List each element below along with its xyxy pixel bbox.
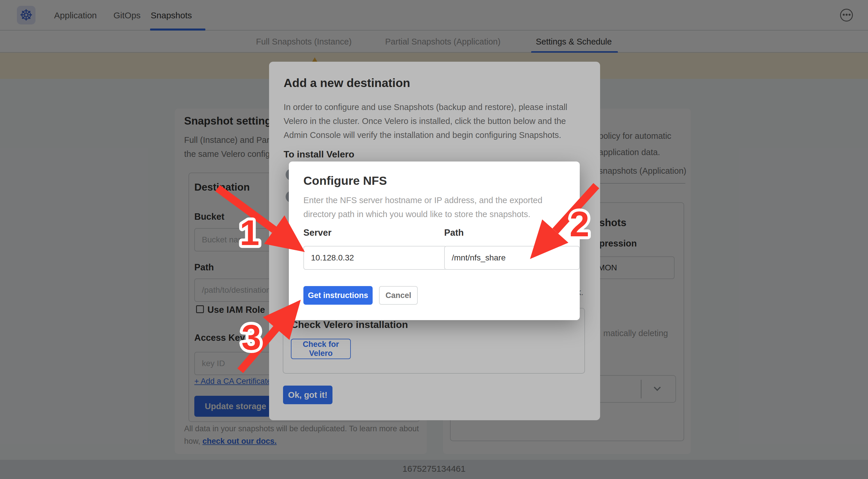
nfs-path-label: Path: [444, 228, 464, 238]
configure-nfs-title: Configure NFS: [303, 174, 387, 188]
get-instructions-button[interactable]: Get instructions: [303, 286, 373, 305]
configure-nfs-modal: Configure NFS Enter the NFS server hostn…: [289, 161, 580, 320]
app-window: ☸ Application GitOps Snapshots Full Snap…: [0, 0, 868, 479]
server-input[interactable]: [303, 246, 447, 270]
nfs-body-line1: Enter the NFS server hostname or IP addr…: [303, 196, 542, 205]
cancel-button[interactable]: Cancel: [379, 286, 418, 305]
nfs-path-input[interactable]: [444, 246, 580, 270]
server-label: Server: [303, 228, 332, 238]
nfs-body-line2: directory path in which you would like t…: [303, 210, 530, 219]
